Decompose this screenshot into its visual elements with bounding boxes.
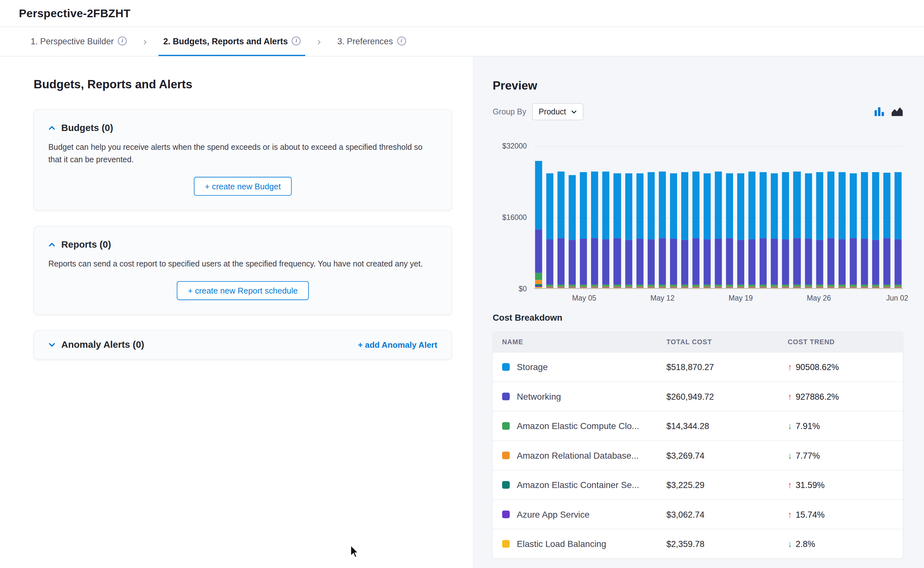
bar-segment-elastic-load-balancing (737, 288, 744, 288)
bar[interactable] (793, 146, 800, 289)
bar[interactable] (883, 146, 890, 289)
budgets-reports-alerts-panel: Budgets, Reports and Alerts Budgets (0) … (0, 57, 473, 568)
title-bar: Perspective-2FBZHT (0, 0, 924, 27)
step-label: 1. Perspective Builder (30, 36, 114, 46)
bar[interactable] (838, 146, 845, 289)
bar-segment-storage (569, 175, 576, 239)
row-name: Amazon Relational Database... (517, 450, 639, 460)
bar-segment-storage (636, 173, 643, 239)
bar-segment-elastic-load-balancing (838, 288, 845, 288)
bar-segment-elastic-load-balancing (647, 288, 654, 288)
bar-segment-elastic-load-balancing (827, 288, 834, 288)
bar-segment-elastic-load-balancing (714, 288, 722, 288)
table-row: Azure App Service$3,062.74↑15.74% (493, 500, 903, 529)
y-axis: $32000 $16000 $0 (493, 146, 534, 289)
bar[interactable] (670, 146, 677, 289)
budgets-card-header[interactable]: Budgets (0) (48, 123, 437, 133)
bar[interactable] (714, 146, 722, 289)
reports-card: Reports (0) Reports can send a cost repo… (33, 226, 452, 314)
bar[interactable] (692, 146, 699, 289)
column-header-cost-trend: COST TREND (788, 338, 894, 346)
bar[interactable] (850, 146, 857, 289)
bar-segment-storage (883, 173, 890, 239)
bar[interactable] (760, 146, 767, 289)
bar-segment-networking (737, 240, 744, 285)
bar-chart-toggle-icon[interactable] (874, 107, 885, 116)
bar[interactable] (726, 146, 733, 289)
row-name-cell: Elastic Load Balancing (502, 539, 666, 548)
bar-segment-elastic-load-balancing (580, 288, 587, 288)
anomaly-alerts-card: Anomaly Alerts (0) + add Anomaly Alert (33, 330, 452, 359)
bar[interactable] (659, 146, 666, 289)
bar[interactable] (861, 146, 868, 289)
bar-segment-elastic-load-balancing (793, 288, 800, 288)
bar-segment-storage (625, 173, 632, 240)
reports-card-header[interactable]: Reports (0) (48, 239, 437, 250)
bar-segment-elastic-load-balancing (782, 288, 789, 288)
info-icon[interactable]: i (292, 37, 301, 45)
step-perspective-builder[interactable]: 1. Perspective Builder i (26, 27, 131, 56)
column-header-total-cost: TOTAL COST (666, 338, 788, 346)
bar-segment-storage (771, 174, 778, 239)
bar[interactable] (737, 146, 744, 289)
area-chart-toggle-icon[interactable] (891, 107, 903, 116)
row-cost-trend: ↑927886.2% (788, 391, 894, 401)
bar[interactable] (535, 146, 542, 289)
step-budgets-reports-alerts[interactable]: 2. Budgets, Reports and Alerts i (159, 27, 306, 56)
bar[interactable] (816, 146, 823, 289)
bar-segment-networking (659, 238, 666, 284)
bar[interactable] (569, 146, 576, 289)
group-by-select[interactable]: Product (532, 103, 583, 121)
reports-description: Reports can send a cost report to specif… (48, 258, 434, 270)
bar[interactable] (625, 146, 632, 289)
bar-segment-elastic-load-balancing (625, 288, 632, 288)
bar[interactable] (805, 146, 811, 289)
create-report-schedule-button[interactable]: + create new Report schedule (176, 281, 309, 300)
bar-segment-networking (704, 239, 710, 284)
column-header-name: NAME (502, 338, 666, 346)
y-axis-label: $32000 (502, 142, 527, 150)
bar[interactable] (704, 146, 710, 289)
x-axis-label: May 26 (807, 294, 831, 302)
bar-segment-storage (704, 174, 710, 239)
bar[interactable] (613, 146, 621, 289)
add-anomaly-alert-link[interactable]: + add Anomaly Alert (358, 340, 437, 350)
bar-segment-elastic-load-balancing (535, 287, 542, 288)
bar[interactable] (603, 146, 609, 289)
bar-segment-storage (681, 172, 688, 240)
bar[interactable] (827, 146, 834, 289)
bar[interactable] (895, 146, 902, 289)
info-icon[interactable]: i (118, 37, 127, 45)
bar-segment-elastic-load-balancing (636, 288, 643, 288)
table-header: NAME TOTAL COST COST TREND (493, 332, 903, 352)
bar-segment-storage (580, 172, 587, 239)
bar[interactable] (647, 146, 654, 289)
bar[interactable] (782, 146, 789, 289)
bar[interactable] (681, 146, 688, 289)
trend-value: 90508.62% (796, 363, 839, 372)
preview-title: Preview (493, 79, 903, 93)
bar-segment-storage (692, 172, 699, 239)
bar[interactable] (591, 146, 598, 289)
create-budget-button[interactable]: + create new Budget (194, 177, 292, 196)
budgets-card: Budgets (0) Budget can help you receive … (33, 109, 452, 210)
bar[interactable] (636, 146, 643, 289)
trend-up-icon: ↑ (788, 362, 792, 372)
bar[interactable] (580, 146, 587, 289)
bar[interactable] (546, 146, 553, 289)
cost-breakdown-title: Cost Breakdown (493, 313, 903, 322)
bar[interactable] (558, 146, 565, 289)
bar[interactable] (872, 146, 879, 289)
bar-segment-storage (748, 172, 755, 239)
bar-segment-storage (714, 172, 722, 239)
trend-up-icon: ↑ (788, 391, 792, 401)
bar-segment-storage (760, 172, 767, 239)
bar-segment-networking (827, 238, 834, 284)
chevron-down-icon (48, 341, 56, 348)
step-preferences[interactable]: 3. Preferences i (333, 27, 411, 56)
bar[interactable] (748, 146, 755, 289)
bar[interactable] (771, 146, 778, 289)
anomaly-alerts-card-header[interactable]: Anomaly Alerts (0) (48, 340, 144, 350)
bar-segment-networking (883, 239, 890, 285)
info-icon[interactable]: i (397, 37, 406, 45)
